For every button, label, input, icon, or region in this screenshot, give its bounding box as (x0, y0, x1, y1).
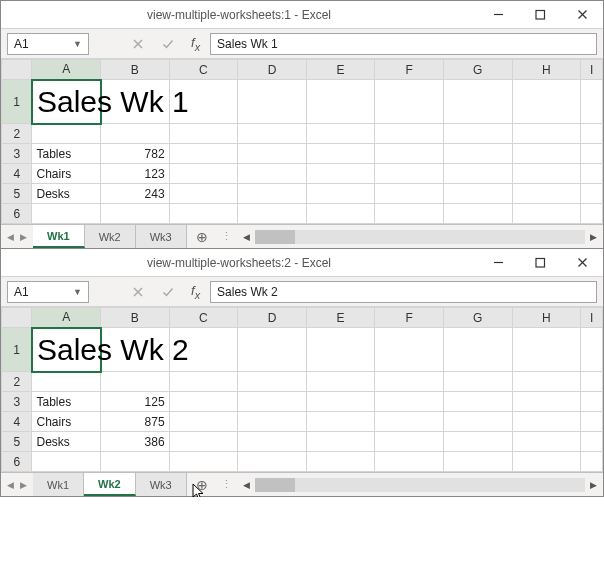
cell[interactable] (443, 412, 512, 432)
cell[interactable] (169, 392, 238, 412)
cell[interactable] (375, 184, 444, 204)
cell[interactable] (375, 144, 444, 164)
cell[interactable] (101, 452, 170, 472)
cell[interactable] (306, 204, 375, 224)
cell[interactable] (443, 392, 512, 412)
table-row[interactable]: 5Desks386 (2, 432, 603, 452)
cell[interactable] (581, 164, 603, 184)
cell[interactable]: Desks (32, 432, 101, 452)
formula-input[interactable]: Sales Wk 1 (210, 33, 597, 55)
cell[interactable]: 386 (101, 432, 170, 452)
table-row[interactable]: 3Tables125 (2, 392, 603, 412)
col-header[interactable]: A (32, 308, 101, 328)
cell[interactable]: Tables (32, 392, 101, 412)
cell[interactable] (581, 412, 603, 432)
cell[interactable]: Chairs (32, 412, 101, 432)
column-headers[interactable]: A B C D E F G H I (2, 308, 603, 328)
cell[interactable] (443, 204, 512, 224)
cell[interactable] (32, 124, 101, 144)
col-header[interactable]: B (101, 60, 170, 80)
cell[interactable]: Desks (32, 184, 101, 204)
cell[interactable] (375, 392, 444, 412)
row-header[interactable]: 3 (2, 392, 32, 412)
cell[interactable] (581, 372, 603, 392)
cell[interactable] (238, 372, 307, 392)
next-sheet-icon[interactable]: ▶ (20, 480, 27, 490)
table-row[interactable]: 3Tables782 (2, 144, 603, 164)
cell[interactable] (512, 80, 581, 124)
cell[interactable] (581, 144, 603, 164)
cell[interactable]: 782 (101, 144, 170, 164)
spreadsheet-grid[interactable]: A B C D E F G H I 1 Sales Wk 1 (1, 59, 603, 224)
cell[interactable] (238, 184, 307, 204)
cell[interactable] (238, 164, 307, 184)
cell[interactable]: Sales Wk 2 (32, 328, 101, 372)
close-button[interactable] (561, 249, 603, 277)
table-row[interactable]: 5Desks243 (2, 184, 603, 204)
cell[interactable] (306, 412, 375, 432)
cell[interactable] (306, 392, 375, 412)
column-headers[interactable]: A B C D E F G H I (2, 60, 603, 80)
cell[interactable] (375, 372, 444, 392)
next-sheet-icon[interactable]: ▶ (20, 232, 27, 242)
tab-nav[interactable]: ◀▶ (1, 473, 33, 496)
cell[interactable]: Tables (32, 144, 101, 164)
enter-icon[interactable] (155, 33, 181, 55)
maximize-button[interactable] (519, 249, 561, 277)
col-header[interactable]: H (512, 60, 581, 80)
cell[interactable] (169, 204, 238, 224)
row-header[interactable]: 6 (2, 204, 32, 224)
fx-icon[interactable]: fx (185, 35, 206, 53)
cell[interactable] (238, 392, 307, 412)
cell[interactable] (306, 144, 375, 164)
sheet-tab-wk2[interactable]: Wk2 (84, 473, 136, 496)
row-header[interactable]: 2 (2, 124, 32, 144)
sheet-tab-wk2[interactable]: Wk2 (85, 225, 136, 248)
col-header[interactable]: G (443, 308, 512, 328)
cell[interactable] (443, 432, 512, 452)
sheet-tab-wk3[interactable]: Wk3 (136, 225, 187, 248)
cell[interactable] (169, 144, 238, 164)
tab-nav[interactable]: ◀▶ (1, 225, 33, 248)
minimize-button[interactable] (477, 249, 519, 277)
cell[interactable]: 125 (101, 392, 170, 412)
cell[interactable] (306, 372, 375, 392)
col-header[interactable]: B (101, 308, 170, 328)
col-header[interactable]: C (169, 308, 238, 328)
cell[interactable] (169, 184, 238, 204)
cancel-icon[interactable] (125, 281, 151, 303)
cell[interactable] (512, 432, 581, 452)
table-row[interactable]: 2 (2, 372, 603, 392)
table-row[interactable]: 4Chairs875 (2, 412, 603, 432)
cell[interactable] (512, 204, 581, 224)
spreadsheet-grid[interactable]: A B C D E F G H I 1 Sales Wk 2 (1, 307, 603, 472)
maximize-button[interactable] (519, 1, 561, 29)
cell[interactable] (238, 328, 307, 372)
sheet-tab-wk1[interactable]: Wk1 (33, 473, 84, 496)
cell[interactable] (238, 432, 307, 452)
cell[interactable] (512, 184, 581, 204)
cell[interactable] (306, 432, 375, 452)
scroll-track[interactable] (255, 230, 585, 244)
cell[interactable] (443, 80, 512, 124)
cell[interactable] (375, 412, 444, 432)
cell[interactable] (169, 432, 238, 452)
cell[interactable]: 875 (101, 412, 170, 432)
cell[interactable] (581, 328, 603, 372)
col-header[interactable]: C (169, 60, 238, 80)
sheet-tab-wk3[interactable]: Wk3 (136, 473, 187, 496)
close-button[interactable] (561, 1, 603, 29)
cell[interactable] (306, 184, 375, 204)
col-header[interactable]: D (238, 60, 307, 80)
formula-input[interactable]: Sales Wk 2 (210, 281, 597, 303)
cell[interactable]: 243 (101, 184, 170, 204)
horizontal-scrollbar[interactable]: ◀ ▶ (237, 473, 603, 496)
cell[interactable] (443, 372, 512, 392)
cell[interactable] (169, 372, 238, 392)
cell[interactable] (375, 164, 444, 184)
table-row[interactable]: 2 (2, 124, 603, 144)
prev-sheet-icon[interactable]: ◀ (7, 232, 14, 242)
prev-sheet-icon[interactable]: ◀ (7, 480, 14, 490)
cell[interactable] (32, 204, 101, 224)
cell[interactable] (443, 184, 512, 204)
